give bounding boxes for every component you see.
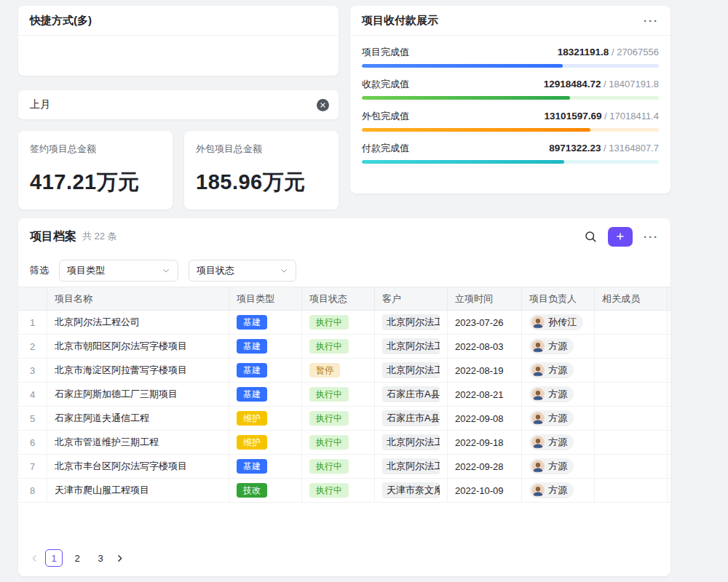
cell-start-date[interactable]: 2022-09-08 (448, 407, 522, 430)
search-icon[interactable] (584, 230, 597, 243)
row-number: 1 (18, 311, 47, 334)
add-record-button[interactable] (608, 227, 633, 247)
owner-chip: 方源 (529, 410, 574, 426)
table-row[interactable]: 3北京市海淀区阿拉蕾写字楼项目基建暂停北京阿尔法工2022-08-19方源 (18, 359, 670, 383)
project-type-select[interactable]: 项目类型 (59, 260, 178, 282)
cell-owner[interactable]: 孙传江 (522, 311, 595, 334)
cell-project-type[interactable]: 基建 (229, 455, 302, 478)
cell-project-status[interactable]: 执行中 (302, 311, 375, 334)
cell-owner[interactable]: 方源 (522, 431, 595, 454)
cell-project-type[interactable]: 基建 (229, 335, 302, 358)
table-row[interactable]: 7北京市丰台区阿尔法写字楼项目基建执行中北京阿尔法工2022-09-28方源 (18, 455, 670, 479)
cell-members[interactable] (595, 335, 668, 358)
cell-project-name[interactable]: 石家庄阿斯加德工厂三期项目 (47, 383, 229, 406)
cell-customer[interactable]: 北京阿尔法工 (375, 335, 448, 358)
progress-bar-fill (362, 160, 564, 164)
cell-members[interactable] (595, 383, 668, 406)
project-status-select-value: 项目状态 (197, 264, 234, 277)
cell-project-status[interactable]: 执行中 (302, 407, 375, 430)
table-filter-row: 筛选 项目类型 项目状态 (18, 255, 670, 287)
cell-start-date[interactable]: 2022-08-19 (448, 359, 522, 382)
owner-name: 方源 (548, 364, 567, 377)
cell-owner[interactable]: 方源 (522, 383, 595, 406)
clear-filter-icon[interactable] (317, 99, 329, 111)
prev-page-icon[interactable] (30, 554, 39, 563)
cell-members[interactable] (595, 311, 668, 334)
cell-project-name[interactable]: 天津市爬山服工程项目 (47, 479, 229, 502)
cell-project-name[interactable]: 北京市丰台区阿尔法写字楼项目 (47, 455, 229, 478)
next-page-icon[interactable] (115, 554, 124, 563)
cell-start-date[interactable]: 2022-09-28 (448, 455, 522, 478)
column-header[interactable]: 项目名称 (47, 287, 229, 310)
cell-project-status[interactable]: 执行中 (302, 455, 375, 478)
owner-chip: 孙传江 (529, 314, 583, 330)
cell-project-name[interactable]: 北京阿尔法工程公司 (47, 311, 229, 334)
cell-customer[interactable]: 天津市奈文摩 (375, 479, 448, 502)
customer-tag: 北京阿尔法工 (382, 362, 440, 378)
cell-owner[interactable]: 方源 (522, 479, 595, 502)
cell-project-name[interactable]: 北京市朝阳区阿尔法写字楼项目 (47, 335, 229, 358)
cell-project-status[interactable]: 执行中 (302, 335, 375, 358)
cell-members[interactable] (595, 455, 668, 478)
more-menu-icon[interactable]: ··· (644, 231, 659, 242)
cell-customer[interactable]: 北京阿尔法工 (375, 311, 448, 334)
cell-project-status[interactable]: 执行中 (302, 383, 375, 406)
cell-customer[interactable]: 北京阿尔法工 (375, 359, 448, 382)
column-header[interactable]: 项目负责人 (522, 287, 595, 310)
page-button[interactable]: 1 (45, 549, 63, 567)
cell-customer[interactable]: 石家庄市A县 (375, 383, 448, 406)
cell-project-type[interactable]: 维护 (229, 407, 302, 430)
cell-project-status[interactable]: 执行中 (302, 479, 375, 502)
cell-project-status[interactable]: 执行中 (302, 431, 375, 454)
cell-project-name[interactable]: 石家庄阿道夫通信工程 (47, 407, 229, 430)
table-body: 1北京阿尔法工程公司基建执行中北京阿尔法工2023-07-26孙传江2北京市朝阳… (18, 311, 670, 503)
cell-owner[interactable]: 方源 (522, 455, 595, 478)
column-header[interactable]: 相关成员 (595, 287, 668, 310)
column-header[interactable]: 客户 (375, 287, 448, 310)
date-filter-bar[interactable]: 上月 (18, 90, 339, 119)
column-header[interactable]: 立项时间 (448, 287, 522, 310)
row-number: 5 (18, 407, 47, 430)
table-row[interactable]: 1北京阿尔法工程公司基建执行中北京阿尔法工2023-07-26孙传江 (18, 311, 670, 335)
row-number: 7 (18, 455, 47, 478)
cell-project-type[interactable]: 基建 (229, 359, 302, 382)
cell-project-type[interactable]: 维护 (229, 431, 302, 454)
stat-card-signed-total: 签约项目总金额 417.21万元 (18, 131, 173, 210)
cell-owner[interactable]: 方源 (522, 359, 595, 382)
owner-name: 方源 (548, 388, 567, 401)
cell-start-date[interactable]: 2022-09-18 (448, 431, 522, 454)
cell-start-date[interactable]: 2023-07-26 (448, 311, 522, 334)
cell-project-type[interactable]: 技改 (229, 479, 302, 502)
cell-start-date[interactable]: 2022-08-03 (448, 335, 522, 358)
cell-customer[interactable]: 北京阿尔法工 (375, 455, 448, 478)
cell-owner[interactable]: 方源 (522, 407, 595, 430)
cell-project-type[interactable]: 基建 (229, 383, 302, 406)
table-row[interactable]: 4石家庄阿斯加德工厂三期项目基建执行中石家庄市A县2022-08-21方源 (18, 383, 670, 407)
cell-members[interactable] (595, 479, 668, 502)
page-button[interactable]: 3 (92, 549, 109, 567)
project-status-select[interactable]: 项目状态 (189, 260, 296, 282)
chevron-down-icon (280, 266, 288, 275)
cell-project-name[interactable]: 北京市海淀区阿拉蕾写字楼项目 (47, 359, 229, 382)
cell-project-type[interactable]: 基建 (229, 311, 302, 334)
table-row[interactable]: 5石家庄阿道夫通信工程维护执行中石家庄市A县2022-09-08方源 (18, 407, 670, 431)
cell-start-date[interactable]: 2022-10-09 (448, 479, 522, 502)
cell-project-status[interactable]: 暂停 (302, 359, 375, 382)
cell-customer[interactable]: 石家庄市A县 (375, 407, 448, 430)
cell-start-date[interactable]: 2022-08-21 (448, 383, 522, 406)
cell-project-name[interactable]: 北京市管道维护三期工程 (47, 431, 229, 454)
cell-members[interactable] (595, 431, 668, 454)
cell-members[interactable] (595, 359, 668, 382)
cell-owner[interactable]: 方源 (522, 335, 595, 358)
table-row[interactable]: 6北京市管道维护三期工程维护执行中北京阿尔法工2022-09-18方源 (18, 431, 670, 455)
cell-customer[interactable]: 北京阿尔法工 (375, 431, 448, 454)
table-row[interactable]: 8天津市爬山服工程项目技改执行中天津市奈文摩2022-10-09方源 (18, 479, 670, 503)
progress-bar (362, 160, 659, 164)
page-button[interactable]: 2 (68, 549, 86, 567)
column-header[interactable]: 项目类型 (229, 287, 302, 310)
page-buttons: 123 (45, 549, 109, 567)
column-header[interactable]: 项目状态 (302, 287, 375, 310)
table-row[interactable]: 2北京市朝阳区阿尔法写字楼项目基建执行中北京阿尔法工2022-08-03方源 (18, 335, 670, 359)
more-menu-icon[interactable]: ··· (644, 15, 659, 26)
cell-members[interactable] (595, 407, 668, 430)
